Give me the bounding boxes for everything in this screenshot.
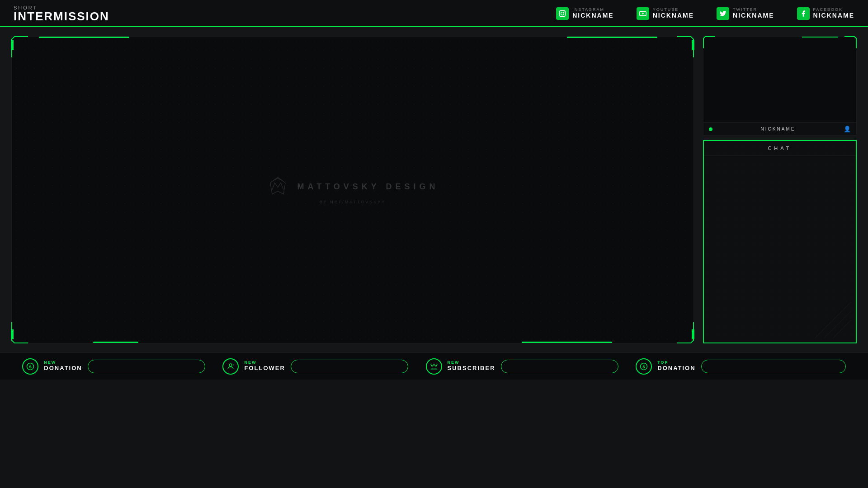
facebook-text: FACEBOOK NICKNAME [813,8,854,19]
watermark: MATTOVSKY DESIGN BE.NET/MATTOVSKYY [266,175,439,204]
corner-tr [676,36,694,58]
social-instagram: INSTAGRAM NICKNAME [556,7,613,20]
svg-rect-0 [560,10,566,16]
alert-follower: + NEW FOLLOWER [222,358,408,375]
donation-display [88,360,205,373]
watermark-sub: BE.NET/MATTOVSKYY [320,200,386,204]
edge-accent-bottom-left [93,342,138,343]
svg-marker-13 [270,177,285,194]
svg-rect-21 [430,368,437,369]
subscriber-type-label: SUBSCRIBER [448,365,495,371]
nickname-bar: NICKNAME 👤 [703,122,856,135]
edge-accent-top-right [567,37,657,38]
follower-type-label: FOLLOWER [244,365,285,371]
svg-marker-10 [11,338,14,339]
svg-text:+: + [233,363,235,366]
svg-marker-8 [692,40,694,42]
person-icon: 👤 [844,126,851,133]
social-twitter: TWITTER NICKNAME [717,7,774,20]
watermark-brand: MATTOVSKY DESIGN [297,182,439,192]
top-donation-label: TOP DONATION [657,361,695,371]
right-panel: NICKNAME 👤 CHAT [703,36,857,343]
social-youtube: YOUTUBE NICKNAME [637,7,694,20]
twitter-name: NICKNAME [733,12,774,19]
webcam-corner-tl [703,36,716,49]
game-panel: MATTOVSKY DESIGN BE.NET/MATTOVSKYY [11,36,694,343]
follower-label: NEW FOLLOWER [244,361,285,371]
youtube-icon [637,7,649,20]
chat-panel: CHAT [703,140,857,343]
youtube-name: NICKNAME [653,12,694,19]
svg-line-16 [833,320,851,338]
svg-marker-4 [642,13,644,14]
top-donation-type-label: DONATION [657,365,695,371]
svg-rect-7 [692,42,694,50]
bottom-bar: $ NEW DONATION + NEW FOLLOWER [0,352,868,380]
main-content: MATTOVSKY DESIGN BE.NET/MATTOVSKYY [0,27,868,352]
subscriber-label: NEW SUBSCRIBER [448,361,495,371]
svg-text:$: $ [29,364,32,369]
nickname-display: NICKNAME [761,127,796,131]
webcam-edge-top [802,37,838,38]
svg-point-2 [564,11,565,12]
subscriber-display [501,360,618,373]
svg-line-15 [824,311,851,338]
nickname-dot [709,127,712,131]
facebook-icon [797,7,810,20]
follower-display [291,360,408,373]
youtube-text: YOUTUBE NICKNAME [653,8,694,19]
corner-tl [11,36,29,58]
subscriber-icon [426,358,442,375]
title-main: INTERMISSION [14,10,109,22]
header: SHORT INTERMISSION INSTAGRAM NICKNAME [0,0,868,27]
edge-accent-bottom-right [522,342,612,343]
social-facebook: FACEBOOK NICKNAME [797,7,854,20]
alert-top-donation: $ TOP DONATION [636,358,845,375]
top-donation-icon: $ [636,358,652,375]
follower-icon: + [222,358,239,375]
instagram-text: INSTAGRAM NICKNAME [572,8,613,19]
alert-subscriber: NEW SUBSCRIBER [426,358,618,375]
top-donation-display [701,360,846,373]
watermark-logo: MATTOVSKY DESIGN [266,175,439,198]
svg-line-14 [815,302,851,338]
svg-marker-6 [11,40,14,42]
social-links: INSTAGRAM NICKNAME YOUTUBE NICKNAME [556,7,854,20]
svg-point-19 [229,364,232,366]
edge-accent-top-left [39,37,129,38]
svg-rect-11 [692,329,694,338]
svg-marker-12 [692,338,694,339]
svg-rect-9 [11,329,14,338]
corner-bl [11,321,29,344]
alert-donation: $ NEW DONATION [22,358,205,375]
donation-type-label: DONATION [44,365,82,371]
svg-text:$: $ [643,364,646,369]
facebook-name: NICKNAME [813,12,854,19]
webcam-panel: NICKNAME 👤 [703,36,857,136]
twitter-text: TWITTER NICKNAME [733,8,774,19]
chat-body [704,156,856,343]
donation-label: NEW DONATION [44,361,82,371]
corner-br [676,321,694,344]
instagram-icon [556,7,569,20]
webcam-corner-tr [844,36,857,49]
twitter-icon [717,7,729,20]
svg-rect-5 [11,42,14,50]
instagram-name: NICKNAME [572,12,613,19]
title-block: SHORT INTERMISSION [14,5,109,22]
svg-point-1 [561,12,564,15]
donation-icon: $ [22,358,38,375]
